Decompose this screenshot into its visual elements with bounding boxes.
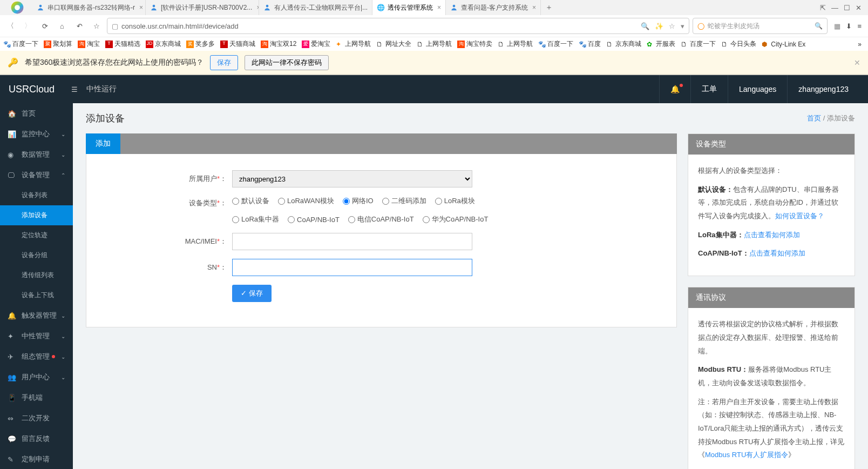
forward-button[interactable]: 〉 — [21, 19, 35, 33]
back-button[interactable]: 〈 — [3, 19, 17, 33]
home-button[interactable]: ⌂ — [55, 19, 69, 33]
sidebar-item-feedback[interactable]: 💬留言反馈 — [0, 428, 73, 449]
extensions-icon[interactable]: ▦ — [834, 22, 840, 30]
bookmark-item[interactable]: 淘淘宝特卖 — [457, 39, 492, 49]
dismiss-banner[interactable]: ✕ — [854, 58, 860, 67]
close-icon[interactable]: × — [139, 4, 143, 11]
close-icon[interactable]: × — [437, 4, 441, 11]
dropdown-icon[interactable]: ▾ — [681, 22, 684, 30]
star-icon[interactable]: ☆ — [90, 19, 104, 33]
sidebar-item-device-template[interactable]: 透传组列表 — [0, 265, 73, 285]
sidebar-item-device-group[interactable]: 设备分组 — [0, 245, 73, 265]
bookmark-item[interactable]: ⬢City-Link Ex — [762, 41, 805, 48]
sidebar-item-device-list[interactable]: 设备列表 — [0, 185, 73, 205]
user-menu[interactable]: zhangpeng123 — [787, 75, 859, 103]
bookmark-item[interactable]: 🗋上网导航 — [417, 39, 452, 49]
sidebar-item-device-online[interactable]: 设备上下线 — [0, 285, 73, 305]
notifications-button[interactable]: 🔔 — [659, 75, 690, 103]
bookmark-item[interactable]: ✿开服表 — [647, 39, 675, 49]
site-info-icon[interactable]: ▢ — [112, 22, 118, 30]
owner-select[interactable]: zhangpeng123 — [232, 170, 472, 187]
sidebar-item-config[interactable]: ✈组态管理⌄ — [0, 346, 73, 367]
sidebar-item-custom[interactable]: ✎定制申请 — [0, 449, 73, 469]
bookmark-item[interactable]: T天猫精选 — [105, 39, 140, 49]
mac-input[interactable] — [232, 233, 472, 250]
modbus-ext-link[interactable]: Modbus RTU有人扩展指令 — [705, 451, 788, 459]
menu-icon[interactable]: ≡ — [857, 22, 862, 30]
device-type-option[interactable]: CoAP/NB-IoT — [288, 215, 340, 224]
sidebar-item-trigger[interactable]: 🔔触发器管理⌄ — [0, 305, 73, 326]
close-window-icon[interactable]: ✕ — [856, 4, 862, 12]
save-password-button[interactable]: 保存 — [210, 55, 238, 70]
bookmark-item[interactable]: T天猫商城 — [220, 39, 255, 49]
sidebar-item-device-track[interactable]: 定位轨迹 — [0, 225, 73, 245]
sidebar-item-user[interactable]: 👥用户中心⌄ — [0, 367, 73, 387]
bookmark-item[interactable]: 🗋京东商城 — [606, 39, 641, 49]
close-icon[interactable]: × — [532, 4, 536, 11]
save-button[interactable]: 保存 — [232, 285, 272, 302]
tickets-link[interactable]: 工单 — [690, 75, 728, 103]
minimize-icon[interactable]: — — [831, 4, 838, 12]
browser-tab-active[interactable]: 🌐透传云管理系统× — [372, 0, 446, 15]
bookmark-item[interactable]: JD京东商城 — [146, 39, 181, 49]
bookmark-item[interactable]: 淘淘宝 — [78, 39, 100, 49]
sidebar-item-device-add[interactable]: 添加设备 — [0, 205, 73, 225]
sidebar-item-home[interactable]: 🏠首页 — [0, 103, 73, 124]
device-type-option[interactable]: 默认设备 — [232, 196, 269, 206]
search-icon[interactable]: 🔍 — [815, 22, 823, 30]
bookmarks-overflow[interactable]: » — [858, 41, 865, 48]
bookmark-item[interactable]: 🗋上网导航 — [498, 39, 533, 49]
browser-tab[interactable]: 查看问题-客户支持系统× — [446, 0, 541, 15]
browser-tab[interactable]: [软件设计手册]USR-NB700V2...× — [146, 0, 259, 15]
device-type-option[interactable]: LoRa集中器 — [232, 215, 279, 224]
bookmark-item[interactable]: 🗋百度一下 — [681, 39, 716, 49]
device-type-option[interactable]: 电信CoAP/NB-IoT — [348, 215, 414, 224]
sidebar-item-neutral[interactable]: ✦中性管理⌄ — [0, 326, 73, 346]
pin-icon[interactable]: ⇱ — [820, 4, 826, 12]
tab-add[interactable]: 添加 — [86, 133, 120, 154]
bookmark-item[interactable]: 爱爱淘宝 — [302, 39, 330, 49]
bookmark-item[interactable]: 🗋网址大全 — [376, 39, 411, 49]
sidebar-item-mobile[interactable]: 📱手机端 — [0, 387, 73, 408]
panel-header-proto: 通讯协议 — [688, 287, 855, 308]
wand-icon[interactable]: ✨ — [655, 22, 663, 30]
brand-logo[interactable]: USRCloud — [9, 84, 63, 95]
new-tab-button[interactable]: ＋ — [541, 3, 557, 12]
bookmark-item[interactable]: 🐾百度一下 — [3, 39, 38, 49]
howto-link[interactable]: 如何设置设备？ — [775, 212, 824, 220]
device-type-option[interactable]: 二维码添加 — [382, 196, 426, 206]
bookmark-item[interactable]: 🗋今日头条 — [721, 39, 756, 49]
sidebar-item-data[interactable]: ◉数据管理⌄ — [0, 144, 73, 165]
sidebar-item-device[interactable]: 🖵设备管理⌃ — [0, 165, 73, 185]
zoom-icon[interactable]: 🔍 — [641, 22, 649, 30]
browser-tab[interactable]: 串口联网服务器-rs232转网络-r× — [32, 0, 146, 15]
bookmark-item[interactable]: 聚聚划算 — [44, 39, 72, 49]
undo-button[interactable]: ↶ — [72, 19, 86, 33]
bookmark-item[interactable]: 🐾百度一下 — [538, 39, 573, 49]
sidebar-item-dev[interactable]: ⇔二次开发 — [0, 408, 73, 428]
bookmark-item[interactable]: 淘淘宝双12 — [261, 39, 296, 49]
sidebar-item-monitor[interactable]: 📊监控中心⌄ — [0, 124, 73, 144]
url-input[interactable]: ▢ console.usr.cn/main.html#/device/add 🔍… — [107, 18, 689, 34]
bookmark-item[interactable]: 奖奖多多 — [186, 39, 215, 49]
language-selector[interactable]: Languages — [728, 75, 787, 103]
maximize-icon[interactable]: ☐ — [844, 4, 850, 12]
device-type-option[interactable]: LoRa模块 — [435, 196, 475, 206]
device-type-option[interactable]: 网络IO — [343, 196, 374, 206]
sn-input[interactable] — [232, 259, 472, 276]
favorite-icon[interactable]: ☆ — [669, 22, 675, 30]
never-save-password-button[interactable]: 此网站一律不保存密码 — [245, 55, 329, 70]
downloads-icon[interactable]: ⬇ — [846, 22, 852, 30]
bookmark-item[interactable]: ✦上网导航 — [336, 39, 371, 49]
device-type-option[interactable]: LoRaWAN模块 — [278, 196, 334, 206]
breadcrumb-home[interactable]: 首页 — [807, 114, 821, 122]
coap-link[interactable]: 点击查看如何添加 — [749, 249, 805, 257]
sidebar-toggle[interactable]: ☰ — [71, 85, 78, 93]
reload-button[interactable]: ⟳ — [38, 19, 52, 33]
lora-link[interactable]: 点击查看如何添加 — [744, 231, 800, 239]
browser-tab[interactable]: 有人透传云-工业物联网云平台|...× — [259, 0, 372, 15]
breadcrumb: 首页 / 添加设备 — [807, 113, 855, 123]
device-type-option[interactable]: 华为CoAP/NB-IoT — [423, 215, 489, 224]
bookmark-item[interactable]: 🐾百度 — [579, 39, 601, 49]
search-input[interactable]: ◯ 蛇被学生剥皮炖汤 🔍 — [693, 18, 828, 34]
